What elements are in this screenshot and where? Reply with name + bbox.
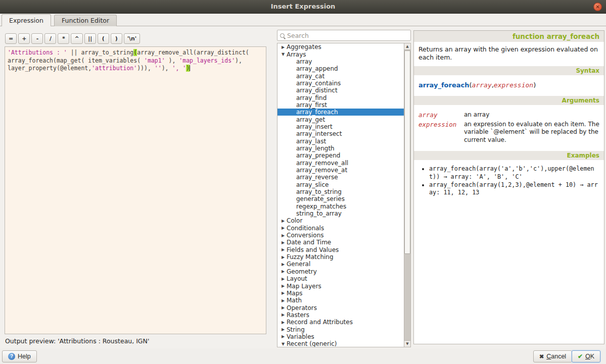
tree-group-conversions[interactable]: ▶Conversions [277,232,410,239]
help-description: Returns an array with the given expressi… [414,42,604,66]
operator-button[interactable]: ^ [71,33,82,44]
chevron-right-icon[interactable]: ▶ [279,298,287,303]
tree-group-string[interactable]: ▶String [277,326,410,333]
chevron-down-icon[interactable]: ▼ [279,52,287,57]
tree-group-general[interactable]: ▶General [277,261,410,268]
chevron-right-icon[interactable]: ▶ [279,313,287,317]
chevron-right-icon[interactable]: ▶ [279,226,287,230]
tree-item-array_length[interactable]: array_length [277,145,410,152]
tree-item-array_prepend[interactable]: array_prepend [277,152,410,159]
chevron-right-icon[interactable]: ▶ [279,291,287,295]
chevron-right-icon[interactable]: ▶ [279,320,287,325]
chevron-right-icon[interactable]: ▶ [279,255,287,259]
chevron-right-icon[interactable]: ▶ [279,247,287,252]
tree-item-array_insert[interactable]: array_insert [277,123,410,130]
tree-item-array_append[interactable]: array_append [277,65,410,72]
insert-expression-dialog: { "window": { "title": "Insert Expressio… [0,0,606,364]
search-input[interactable] [287,32,408,39]
example-item: array_foreach(array(1,2,3),@element + 10… [429,181,599,197]
tree-item-array_get[interactable]: array_get [277,116,410,123]
tab-function-editor[interactable]: Function Editor [54,15,117,26]
chevron-right-icon[interactable]: ▶ [279,269,287,274]
chevron-right-icon[interactable]: ▶ [279,219,287,223]
tree-item-array[interactable]: array [277,58,410,65]
ok-button[interactable]: ✔ OK [572,350,600,362]
tree-group-conditionals[interactable]: ▶Conditionals [277,225,410,232]
tree-group-aggregates[interactable]: ▶Aggregates [277,43,410,50]
tree-item-array_last[interactable]: array_last [277,137,410,144]
tree-group-fields-and-values[interactable]: ▶Fields and Values [277,246,410,253]
chevron-right-icon[interactable]: ▶ [279,277,287,281]
operator-button[interactable]: '\n' [124,33,141,44]
operator-button[interactable]: = [5,33,17,44]
scrollbar-thumb[interactable] [404,50,410,254]
chevron-right-icon[interactable]: ▶ [279,233,287,238]
tree-item-label: array_cat [296,73,324,80]
tree-item-array_remove_all[interactable]: array_remove_all [277,160,410,167]
operator-button[interactable]: ) [111,33,122,44]
tree-item-label: string_to_array [296,210,342,217]
tab-expression[interactable]: Expression [2,14,51,26]
scroll-up-icon[interactable]: ▲ [404,43,410,50]
tree-group-variables[interactable]: ▶Variables [277,333,410,340]
tree-item-label: Math [287,297,302,304]
operator-button[interactable]: + [18,33,30,44]
operator-button[interactable]: ( [98,33,109,44]
chevron-down-icon[interactable]: ▼ [279,342,287,346]
arguments-heading: Arguments [414,96,604,105]
scroll-down-icon[interactable]: ▼ [404,340,410,347]
tree-item-array_contains[interactable]: array_contains [277,80,410,87]
chevron-right-icon[interactable]: ▶ [279,45,287,49]
titlebar: Insert Expression ✕ [0,0,606,14]
tree-item-array_intersect[interactable]: array_intersect [277,130,410,137]
tree-item-label: array_prepend [296,152,340,159]
tree-item-array_cat[interactable]: array_cat [277,72,410,79]
close-window-icon[interactable]: ✕ [593,3,602,11]
chevron-right-icon[interactable]: ▶ [279,240,287,245]
tree-group-rasters[interactable]: ▶Rasters [277,311,410,319]
tree-item-array_slice[interactable]: array_slice [277,181,410,188]
tree-item-label: array_to_string [296,188,342,195]
chevron-right-icon[interactable]: ▶ [279,327,287,332]
function-tree-rows: ▶Aggregates▼Arraysarrayarray_appendarray… [277,43,410,347]
tree-item-regexp_matches[interactable]: regexp_matches [277,203,410,210]
tree-item-array_to_string[interactable]: array_to_string [277,188,410,195]
chevron-right-icon[interactable]: ▶ [279,284,287,288]
chevron-right-icon[interactable]: ▶ [279,262,287,267]
help-button[interactable]: ? Help [2,350,37,362]
tree-item-array_find[interactable]: array_find [277,94,410,101]
function-help-panel: function array_foreach Returns an array … [413,30,604,344]
argument-description: an array [464,111,599,119]
tab-bar: Expression Function Editor [2,14,117,26]
tree-group-fuzzy-matching[interactable]: ▶Fuzzy Matching [277,253,410,261]
tree-item-array_first[interactable]: array_first [277,101,410,109]
tree-group-geometry[interactable]: ▶Geometry [277,268,410,275]
tree-scrollbar[interactable]: ▲ ▼ [404,43,410,347]
tree-group-color[interactable]: ▶Color [277,217,410,224]
operator-button[interactable]: * [58,33,69,44]
argument-description: an expression to evaluate on each item. … [464,121,599,144]
tree-item-array_foreach[interactable]: array_foreach [277,109,410,116]
expression-editor[interactable]: 'Attributions : ' || array_to_string(arr… [5,46,266,334]
tree-item-generate_series[interactable]: generate_series [277,195,410,202]
tree-item-array_distinct[interactable]: array_distinct [277,87,410,94]
cancel-button-label: Cancel [546,353,566,360]
tree-item-array_reverse[interactable]: array_reverse [277,174,410,181]
tree-group-operators[interactable]: ▶Operators [277,304,410,311]
operator-button[interactable]: - [31,33,43,44]
chevron-right-icon[interactable]: ▶ [279,334,287,339]
operator-button[interactable]: || [84,33,96,44]
tree-item-array_remove_at[interactable]: array_remove_at [277,167,410,174]
chevron-right-icon[interactable]: ▶ [279,305,287,310]
tree-item-string_to_array[interactable]: string_to_array [277,210,410,217]
tree-group-record-and-attributes[interactable]: ▶Record and Attributes [277,319,410,326]
tree-group-date-and-time[interactable]: ▶Date and Time [277,239,410,246]
tree-group-math[interactable]: ▶Math [277,297,410,304]
tree-group-recent-generic-[interactable]: ▼Recent (generic) [277,340,410,347]
tree-group-arrays[interactable]: ▼Arrays [277,50,410,58]
operator-button[interactable]: / [44,33,56,44]
tree-group-map-layers[interactable]: ▶Map Layers [277,282,410,289]
cancel-button[interactable]: ✖ Cancel [533,350,572,362]
tree-group-layout[interactable]: ▶Layout [277,275,410,282]
tree-group-maps[interactable]: ▶Maps [277,290,410,297]
